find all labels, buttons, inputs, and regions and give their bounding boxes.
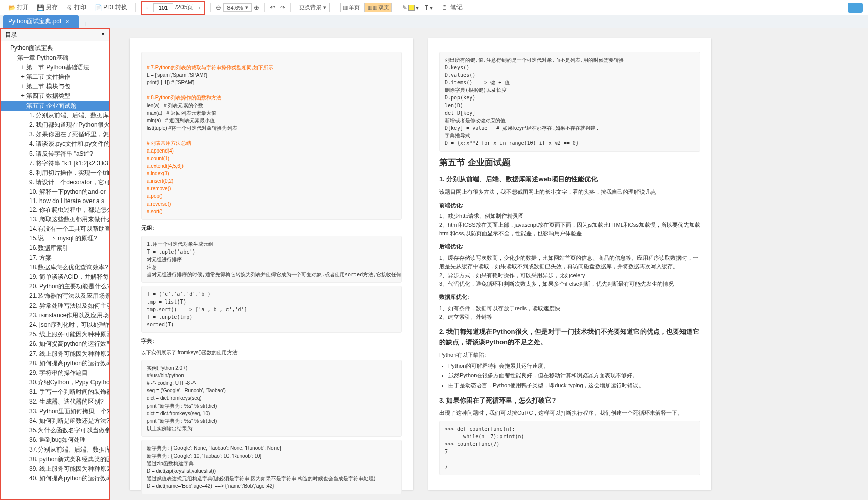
outline-root[interactable]: -Python面试宝典 [1,43,109,53]
outline-item[interactable]: 9. 请设计一个decorator，它可 [1,178,109,187]
outline-section[interactable]: +第一节 Python基础语法 [1,63,109,72]
outline-item[interactable]: 2. 我们都知道现在Python很火 [1,120,109,130]
outline-item[interactable]: 30.介绍Cython，Pypy Cpytho [1,378,109,387]
bg-change-select[interactable]: 更换背景 ▾ [296,3,330,12]
outline-item[interactable]: 18.数据库怎么优化查询效率? [1,263,109,272]
outline-item[interactable]: 23. isinstance作用以及应用场 [1,311,109,320]
single-page-button[interactable]: ▥单页 [340,3,362,12]
outline-item[interactable]: 22. 异常处理写法以及如何主动 [1,301,109,311]
section-heading: 字典: [141,337,402,346]
outline-section-selected[interactable]: -第五节 企业面试题 [1,101,109,111]
outline-item[interactable]: 24. json序列化时，可以处理的 [1,320,109,330]
page-total: /205页 [175,3,193,12]
outline-item[interactable]: 4. 请谈谈.pyc文件和.py文件的 [1,139,109,149]
section-heading: 元组: [141,224,402,233]
note-icon: 🗒 [442,4,449,11]
outline-item[interactable]: 1. 分别从前端、后端、数据库 [1,111,109,120]
outline-item[interactable]: 28. 如何提高python的运行效率 [1,359,109,368]
outline-item[interactable]: 8. 利用切片操作，实现一个trin [1,168,109,178]
outline-item[interactable]: 17. 方案 [1,253,109,263]
print-icon: 🖨 [66,4,73,11]
tab-label: Python面试宝典.pdf [8,17,61,26]
outline-item[interactable]: 7. 将字符串 "k:1 |k1:2|k2:3|k3 [1,159,109,168]
sidebar-header: 目录 × [1,29,109,41]
outline-item[interactable]: 21.装饰器的写法以及应用场景 [1,291,109,301]
outline-item[interactable]: 5. 请反转字符串 "aStr"? [1,149,109,159]
outline-item[interactable]: 33. Python里面如何拷贝一个对 [1,407,109,416]
save-icon: 💾 [37,4,44,11]
text-tool[interactable]: T ▾ [425,4,433,11]
outline-item[interactable]: 12. 你在爬虫过程中，都是怎么 [1,205,109,215]
zoom-select[interactable]: 84.6%▾ [223,3,251,12]
outline-item[interactable]: 40. 如何提高python的运行效率 [1,474,109,483]
outline-item[interactable]: 35.为什么函数名字可以当做参 [1,426,109,435]
chevron-down-icon: ▾ [245,4,248,11]
new-tab-button[interactable]: + [79,20,91,28]
outline-item[interactable]: 31. 手写一个判断时间的装饰器 [1,387,109,397]
document-area[interactable]: # 7.Python的列表的截取与字符串操作类型相同,如下所示 L = ['sp… [110,28,868,500]
outline-item[interactable]: 39. 线上服务可能因为种种原因 [1,464,109,474]
outline-item[interactable]: 32. 生成器、迭代器的区别? [1,397,109,407]
pdf-convert-button[interactable]: 📄PDF转换 [92,2,130,13]
outline-item[interactable]: 10. 解释一下python的and-or [1,187,109,197]
outline-item[interactable]: 27. 线上服务可能因为种种原因 [1,349,109,359]
note-button[interactable]: 🗒笔记 [439,2,466,13]
outline-item[interactable]: 36. 遇到bug如何处理 [1,435,109,445]
question-heading: 3. 如果你困在了死循环里，怎么打破它? [439,395,700,406]
outline-item[interactable]: 13. 爬取这些数据都用来做什么 [1,215,109,224]
double-page-button[interactable]: ▥▥双页 [364,3,392,12]
question-heading: 1. 分别从前端、后端、数据库阐述web项目的性能优化 [439,174,700,185]
page-left: # 7.Python的列表的截取与字符串操作类型相同,如下所示 L = ['sp… [130,38,413,490]
highlight-tool[interactable]: ✎▾ [402,4,419,11]
outline-item[interactable]: 14.有没有一个工具可以帮助查 [1,224,109,234]
rotate-left-icon[interactable]: ↶ [270,4,275,11]
outline-item[interactable]: 11. how do I iterate over a s [1,197,109,205]
outline-item[interactable]: 29. 字符串的操作题目 [1,368,109,378]
print-button[interactable]: 🖨打印 [63,2,89,13]
page-input[interactable] [153,3,173,12]
next-page-icon[interactable]: → [195,4,201,11]
outline-tree[interactable]: -Python面试宝典 -第一章 Python基础 +第一节 Python基础语… [1,41,109,499]
zoom-in-icon[interactable]: ⊕ [254,4,259,11]
outline-item[interactable]: 26. 如何提高python的运行效率 [1,339,109,349]
outline-sidebar: 目录 × -Python面试宝典 -第一章 Python基础 +第一节 Pyth… [0,28,110,500]
outline-section[interactable]: +第四节 数据类型 [1,91,109,101]
rotate-right-icon[interactable]: ↷ [280,4,285,11]
close-icon[interactable]: × [101,31,105,39]
open-button[interactable]: 📂打开 [5,2,32,13]
pen-icon: ✎ [402,4,407,11]
tab-bar: Python面试宝典.pdf × + [0,15,868,28]
main-toolbar: 📂打开 💾另存 🖨打印 📄PDF转换 ← /205页 → ⊖ 84.6%▾ ⊕ … [0,0,868,15]
chevron-down-icon: ▾ [323,4,326,10]
tab-file[interactable]: Python面试宝典.pdf × [3,15,79,28]
outline-item[interactable]: 38. python新式类和经典类的区 [1,455,109,464]
outline-item[interactable]: 25. 线上服务可能因为种种原因 [1,330,109,339]
outline-chapter[interactable]: -第一章 Python基础 [1,53,109,63]
page-right: 列出所有的键,值.注意得到的是一个可迭代对象,而不是列表.用的时候需要转换 D.… [428,38,711,490]
outline-section[interactable]: +第二节 文件操作 [1,72,109,82]
outline-item[interactable]: 15.说一下 mysql 的原理? [1,234,109,243]
prev-page-icon[interactable]: ← [145,4,151,11]
save-as-button[interactable]: 💾另存 [34,2,61,13]
outline-item[interactable]: 20. Python的主要功能是什么? [1,282,109,291]
outline-item[interactable]: 3. 如果你困在了死循环里，怎 [1,130,109,139]
outline-item[interactable]: 37.分别从前端、后端、数据库 [1,445,109,455]
zoom-out-icon[interactable]: ⊖ [216,4,221,11]
pdf-icon: 📄 [95,4,102,11]
section-title: 第五节 企业面试题 [439,156,700,169]
page-navigation: ← /205页 → [141,1,205,15]
outline-item[interactable]: 19. 简单谈谈ACID，并解释每 [1,272,109,282]
outline-item[interactable]: 16.数据库索引 [1,243,109,253]
open-icon: 📂 [8,4,15,11]
outline-item[interactable]: 34. 如何判断是函数还是方法? [1,416,109,426]
app-logo-icon[interactable] [848,3,863,13]
close-icon[interactable]: × [65,18,69,25]
question-heading: 2. 我们都知道现在Python很火，但是对于一门技术我们不光要知道它的优点，也… [439,327,700,348]
outline-section[interactable]: +第三节 模块与包 [1,82,109,91]
